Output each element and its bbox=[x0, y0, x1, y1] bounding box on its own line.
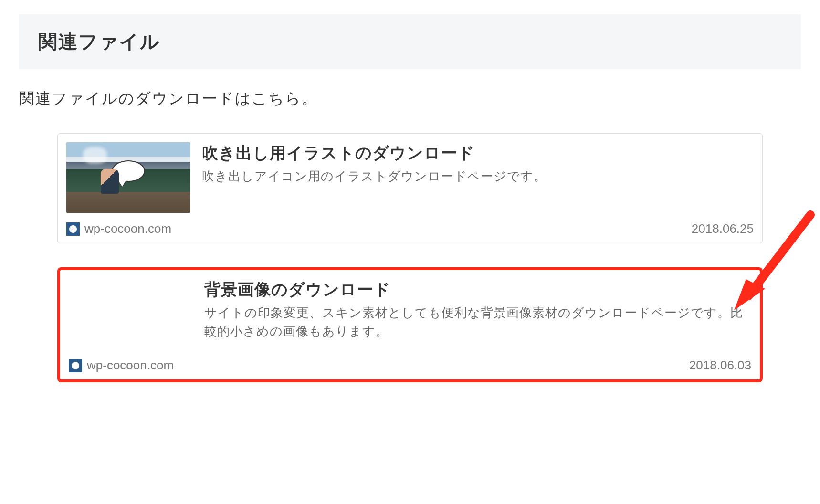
card-date: 2018.06.25 bbox=[692, 221, 754, 236]
card-description: 吹き出しアイコン用のイラストダウンロードページです。 bbox=[202, 167, 754, 186]
link-card-highlighted[interactable]: 背景画像のダウンロード サイトの印象変更、スキン素材としても便利な背景画像素材の… bbox=[57, 267, 763, 382]
site-domain: wp-cocoon.com bbox=[84, 221, 171, 236]
card-body: 背景画像のダウンロード サイトの印象変更、スキン素材としても便利な背景画像素材の… bbox=[69, 279, 751, 349]
site-info: wp-cocoon.com bbox=[66, 221, 171, 236]
section-header: 関連ファイル bbox=[19, 14, 801, 69]
section-title: 関連ファイル bbox=[38, 29, 782, 55]
site-domain: wp-cocoon.com bbox=[87, 358, 174, 373]
card-title: 背景画像のダウンロード bbox=[204, 279, 751, 301]
site-info: wp-cocoon.com bbox=[69, 358, 174, 373]
card-footer: wp-cocoon.com 2018.06.03 bbox=[69, 358, 751, 373]
link-card[interactable]: 吹き出し用イラストのダウンロード 吹き出しアイコン用のイラストダウンロードページ… bbox=[57, 133, 763, 243]
page-container: 関連ファイル 関連ファイルのダウンロードはこちら。 吹き出し用イラストのダウンロ… bbox=[0, 14, 820, 382]
card-thumbnail bbox=[66, 142, 190, 213]
card-content: 背景画像のダウンロード サイトの印象変更、スキン素材としても便利な背景画像素材の… bbox=[204, 279, 751, 349]
card-list: 吹き出し用イラストのダウンロード 吹き出しアイコン用のイラストダウンロードページ… bbox=[19, 133, 801, 382]
card-content: 吹き出し用イラストのダウンロード 吹き出しアイコン用のイラストダウンロードページ… bbox=[202, 142, 754, 213]
card-thumbnail bbox=[69, 279, 193, 349]
favicon-icon bbox=[69, 359, 82, 372]
card-description: サイトの印象変更、スキン素材としても便利な背景画像素材のダウンロードページです。… bbox=[204, 304, 751, 341]
intro-text: 関連ファイルのダウンロードはこちら。 bbox=[19, 88, 801, 109]
card-title: 吹き出し用イラストのダウンロード bbox=[202, 142, 754, 164]
favicon-icon bbox=[66, 222, 80, 236]
card-footer: wp-cocoon.com 2018.06.25 bbox=[66, 221, 754, 236]
card-date: 2018.06.03 bbox=[689, 358, 751, 373]
card-body: 吹き出し用イラストのダウンロード 吹き出しアイコン用のイラストダウンロードページ… bbox=[66, 142, 754, 213]
person-graphic bbox=[101, 169, 119, 194]
